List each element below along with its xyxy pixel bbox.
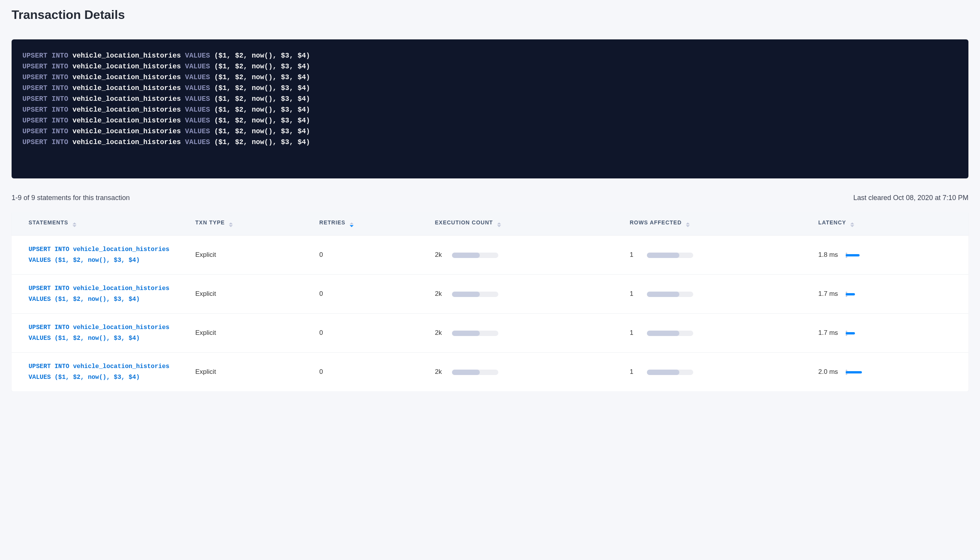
execution-count-cell: 2k xyxy=(429,236,624,275)
sort-icon xyxy=(229,222,233,227)
sort-icon xyxy=(73,222,76,227)
rows-bar xyxy=(647,370,693,375)
txn-type-cell: Explicit xyxy=(189,236,313,275)
rows-bar xyxy=(647,331,693,336)
txn-type-cell: Explicit xyxy=(189,275,313,314)
rows-affected-cell: 1 xyxy=(623,314,812,353)
statement-link[interactable]: UPSERT INTO vehicle_location_historiesVA… xyxy=(29,322,169,344)
statements-table: Statements Txn Type Retries Execution Co… xyxy=(12,212,968,391)
table-row: UPSERT INTO vehicle_location_historiesVA… xyxy=(12,275,968,314)
table-row: UPSERT INTO vehicle_location_historiesVA… xyxy=(12,353,968,392)
execution-count-cell: 2k xyxy=(429,353,624,392)
last-cleared-text: Last cleared Oct 08, 2020 at 7:10 PM xyxy=(853,194,968,202)
col-header-rows-affected[interactable]: Rows Affected xyxy=(623,212,812,236)
sort-icon xyxy=(497,222,501,227)
retries-cell: 0 xyxy=(313,353,428,392)
table-row: UPSERT INTO vehicle_location_historiesVA… xyxy=(12,236,968,275)
latency-bar xyxy=(846,252,869,259)
execution-bar xyxy=(452,253,498,258)
statement-count-summary: 1-9 of 9 statements for this transaction xyxy=(12,194,130,202)
rows-affected-cell: 1 xyxy=(623,353,812,392)
latency-bar xyxy=(846,291,869,298)
execution-count-cell: 2k xyxy=(429,314,624,353)
txn-type-cell: Explicit xyxy=(189,353,313,392)
latency-bar xyxy=(846,330,869,337)
col-header-txn-type[interactable]: Txn Type xyxy=(189,212,313,236)
sort-icon xyxy=(350,222,354,227)
statement-link[interactable]: UPSERT INTO vehicle_location_historiesVA… xyxy=(29,283,169,305)
rows-bar xyxy=(647,253,693,258)
latency-bar xyxy=(846,369,869,376)
latency-cell: 1.7 ms xyxy=(812,275,968,314)
col-header-label: Retries xyxy=(319,219,345,226)
col-header-latency[interactable]: Latency xyxy=(812,212,968,236)
col-header-label: Rows Affected xyxy=(630,219,682,226)
col-header-execution-count[interactable]: Execution Count xyxy=(429,212,624,236)
latency-cell: 2.0 ms xyxy=(812,353,968,392)
rows-affected-cell: 1 xyxy=(623,275,812,314)
retries-cell: 0 xyxy=(313,236,428,275)
execution-bar xyxy=(452,292,498,297)
col-header-label: Execution Count xyxy=(435,219,493,226)
sql-codeblock: UPSERT INTO vehicle_location_histories V… xyxy=(12,39,968,178)
latency-cell: 1.7 ms xyxy=(812,314,968,353)
txn-type-cell: Explicit xyxy=(189,314,313,353)
col-header-label: Statements xyxy=(29,219,68,226)
latency-cell: 1.8 ms xyxy=(812,236,968,275)
col-header-label: Latency xyxy=(818,219,846,226)
col-header-label: Txn Type xyxy=(195,219,225,226)
statement-link[interactable]: UPSERT INTO vehicle_location_historiesVA… xyxy=(29,361,169,383)
execution-count-cell: 2k xyxy=(429,275,624,314)
retries-cell: 0 xyxy=(313,275,428,314)
retries-cell: 0 xyxy=(313,314,428,353)
page-title: Transaction Details xyxy=(12,8,968,22)
col-header-statements[interactable]: Statements xyxy=(12,212,189,236)
sort-icon xyxy=(686,222,690,227)
execution-bar xyxy=(452,331,498,336)
rows-bar xyxy=(647,292,693,297)
execution-bar xyxy=(452,370,498,375)
statement-link[interactable]: UPSERT INTO vehicle_location_historiesVA… xyxy=(29,244,169,266)
col-header-retries[interactable]: Retries xyxy=(313,212,428,236)
rows-affected-cell: 1 xyxy=(623,236,812,275)
sort-icon xyxy=(850,222,854,227)
table-row: UPSERT INTO vehicle_location_historiesVA… xyxy=(12,314,968,353)
